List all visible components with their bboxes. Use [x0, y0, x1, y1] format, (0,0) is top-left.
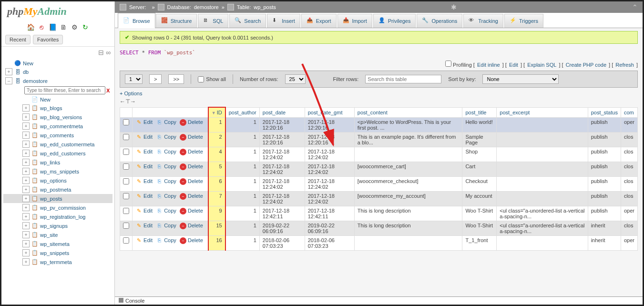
expand-icon[interactable]: + — [22, 150, 30, 157]
tab-operations[interactable]: 🔧Operations — [417, 14, 462, 28]
expand-icon[interactable]: + — [22, 249, 30, 256]
expand-icon[interactable]: + — [22, 204, 30, 211]
tree-node-wp-comments[interactable]: +📋wp_comments — [3, 131, 112, 140]
edit-row-link[interactable]: ✎ Edit — [135, 134, 153, 140]
logout-icon[interactable]: ⎋ — [38, 23, 45, 31]
tree-node-demostore[interactable]: –🗄demostore — [3, 76, 112, 85]
delete-row-link[interactable]: − Delete — [180, 237, 203, 243]
explain-sql-link[interactable]: Explain SQL — [527, 62, 556, 68]
col-post_author[interactable]: post_author — [229, 110, 256, 115]
row-checkbox[interactable] — [123, 134, 129, 140]
copy-row-link[interactable]: ⎘ Copy — [156, 208, 176, 214]
last-page-button[interactable]: >> — [168, 74, 184, 84]
row-checkbox[interactable] — [123, 178, 129, 184]
expand-icon[interactable]: + — [5, 68, 12, 75]
logo[interactable]: phpMyAdmin — [1, 1, 114, 21]
col-post_date_gmt[interactable]: post_date_gmt — [308, 110, 343, 115]
tab-import[interactable]: 📥Import — [337, 14, 372, 28]
expand-icon[interactable]: + — [22, 258, 30, 265]
reload-icon[interactable]: ↻ — [82, 23, 89, 31]
expand-icon[interactable]: + — [22, 159, 30, 166]
refresh-link[interactable]: Refresh — [615, 62, 634, 68]
edit-row-link[interactable]: ✎ Edit — [135, 237, 153, 243]
edit-row-link[interactable]: ✎ Edit — [135, 119, 153, 125]
show-all-checkbox[interactable] — [198, 76, 204, 82]
num-rows-select[interactable]: 25 — [285, 74, 306, 84]
copy-row-link[interactable]: ⎘ Copy — [156, 178, 176, 184]
tree-node-new[interactable]: 📄New — [3, 95, 112, 103]
filter-rows-input[interactable] — [365, 75, 441, 83]
expand-icon[interactable]: + — [22, 132, 30, 139]
row-checkbox[interactable] — [123, 237, 129, 244]
delete-row-link[interactable]: − Delete — [180, 193, 203, 199]
delete-row-link[interactable]: − Delete — [180, 149, 203, 154]
copy-row-link[interactable]: ⎘ Copy — [156, 163, 176, 169]
row-checkbox[interactable] — [123, 149, 129, 155]
expand-icon[interactable]: + — [22, 113, 30, 121]
tab-search[interactable]: 🔍Search — [229, 14, 266, 28]
console-bar[interactable]: Console — [115, 296, 643, 305]
tree-node-wp-posts[interactable]: +📋wp_posts — [3, 194, 112, 203]
copy-row-link[interactable]: ⎘ Copy — [156, 193, 176, 199]
col-post_excerpt[interactable]: post_excerpt — [500, 110, 530, 115]
edit-row-link[interactable]: ✎ Edit — [135, 163, 153, 169]
page-select[interactable]: 1 — [125, 74, 143, 84]
edit-inline-link[interactable]: Edit inline — [477, 62, 500, 68]
tree-node-wp-termmeta[interactable]: +📋wp_termmeta — [3, 257, 112, 266]
sort-by-key-select[interactable]: None — [482, 74, 559, 84]
expand-icon[interactable]: – — [5, 77, 12, 84]
sql-icon[interactable]: 🗎 — [60, 23, 67, 31]
tree-node-wp-ms-snippets[interactable]: +📋wp_ms_snippets — [3, 167, 112, 176]
expand-icon[interactable]: + — [22, 122, 30, 130]
tree-node-wp-sitemeta[interactable]: +📋wp_sitemeta — [3, 239, 112, 248]
edit-row-link[interactable]: ✎ Edit — [135, 193, 153, 199]
expand-icon[interactable]: + — [22, 141, 30, 148]
tree-node-new[interactable]: 🔵New — [3, 59, 112, 67]
tree-node-wp-registration-log[interactable]: +📋wp_registration_log — [3, 212, 112, 221]
expand-icon[interactable]: + — [22, 177, 30, 184]
expand-icon[interactable]: + — [22, 195, 30, 202]
expand-icon[interactable]: + — [22, 186, 30, 193]
tab-insert[interactable]: ⬇Insert — [267, 14, 300, 28]
tree-node-wp-edd-customers[interactable]: +📋wp_edd_customers — [3, 149, 112, 158]
tree-node-wp-commentmeta[interactable]: +📋wp_commentmeta — [3, 122, 112, 131]
tab-structure[interactable]: 🧱Structure — [156, 14, 197, 28]
delete-row-link[interactable]: − Delete — [180, 178, 203, 184]
clear-filter-icon[interactable]: X — [106, 88, 110, 93]
delete-row-link[interactable]: − Delete — [180, 119, 203, 125]
collapse-panel-icon[interactable]: ⌃ — [632, 3, 638, 11]
tree-node-wp-options[interactable]: +📋wp_options — [3, 176, 112, 185]
settings-icon[interactable]: ⚙ — [71, 23, 78, 31]
row-checkbox[interactable] — [123, 193, 129, 199]
col-post_status[interactable]: post_status — [591, 110, 618, 115]
row-checkbox[interactable] — [123, 223, 129, 229]
tree-node-wp-edd-customermeta[interactable]: +📋wp_edd_customermeta — [3, 140, 112, 149]
docs-icon[interactable]: 📘 — [49, 23, 56, 31]
col-id[interactable]: ID — [217, 110, 222, 115]
row-checkbox[interactable] — [123, 208, 129, 214]
tree-filter-input[interactable] — [24, 86, 105, 94]
tree-node-wp-blogs[interactable]: +📋wp_blogs — [3, 103, 112, 112]
home-icon[interactable]: 🏠 — [27, 23, 34, 31]
breadcrumb-db-link[interactable]: demostore — [194, 4, 219, 10]
link-icon[interactable]: ∞ — [106, 49, 111, 56]
tab-tracking[interactable]: 👁Tracking — [463, 14, 503, 28]
edit-row-link[interactable]: ✎ Edit — [135, 178, 153, 184]
tree-node-wp-snippets[interactable]: +📋wp_snippets — [3, 248, 112, 257]
col-post_title[interactable]: post_title — [465, 110, 486, 115]
col-post_date[interactable]: post_date — [263, 110, 286, 115]
tree-node-wp-postmeta[interactable]: +📋wp_postmeta — [3, 185, 112, 194]
edit-row-link[interactable]: ✎ Edit — [135, 208, 153, 214]
delete-row-link[interactable]: − Delete — [180, 208, 203, 214]
tab-privileges[interactable]: 👤Privileges — [373, 14, 416, 28]
edit-link[interactable]: Edit — [509, 62, 518, 68]
copy-row-link[interactable]: ⎘ Copy — [156, 134, 176, 140]
copy-row-link[interactable]: ⎘ Copy — [156, 119, 176, 125]
create-php-link[interactable]: Create PHP code — [566, 62, 606, 68]
edit-row-link[interactable]: ✎ Edit — [135, 223, 153, 228]
row-checkbox[interactable] — [123, 119, 129, 125]
recent-tab[interactable]: Recent — [5, 35, 31, 44]
delete-row-link[interactable]: − Delete — [180, 223, 203, 228]
delete-row-link[interactable]: − Delete — [180, 163, 203, 169]
profiling-checkbox[interactable] — [445, 61, 451, 67]
